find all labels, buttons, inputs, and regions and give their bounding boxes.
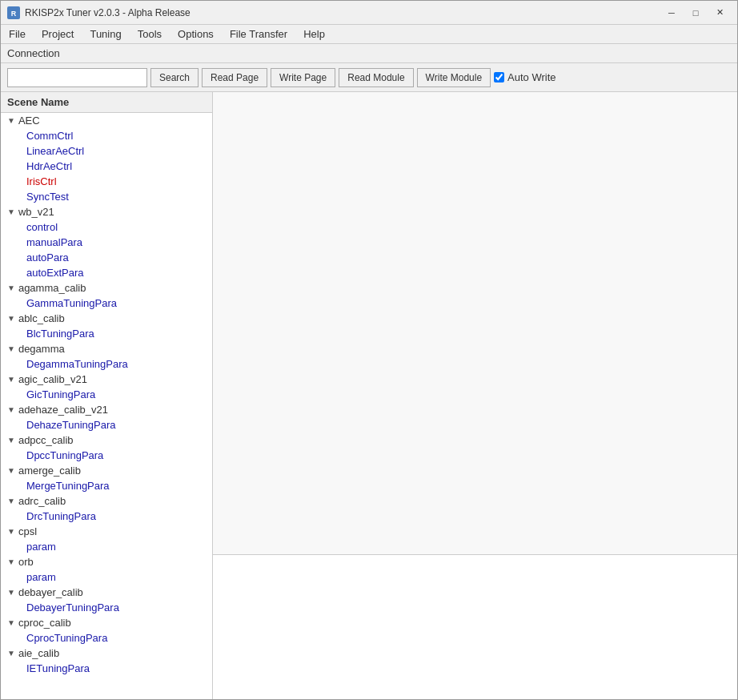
tree-item-hdraectrl-label: HdrAeCtrl [26, 160, 72, 172]
title-bar: R RKISP2x Tuner v2.0.3 - Alpha Release ─… [1, 1, 737, 25]
auto-write-text: Auto Write [507, 71, 556, 83]
collapse-arrow-adpcc: ▼ [7, 436, 15, 445]
tree-group-adrc_calib[interactable]: ▼ adrc_calib [1, 493, 212, 509]
tree-item-synctest[interactable]: SyncTest [1, 189, 212, 204]
tree-item-ietuningpara[interactable]: IETuningPara [1, 661, 212, 676]
tree-group-aie_calib[interactable]: ▼ aie_calib [1, 646, 212, 661]
tree-group-amerge_calib[interactable]: ▼ amerge_calib [1, 463, 212, 478]
collapse-arrow-cproc: ▼ [7, 618, 15, 627]
tree-group-agamma-label: agamma_calib [18, 282, 86, 294]
tree-group-wb_v21[interactable]: ▼ wb_v21 [1, 204, 212, 219]
menu-help[interactable]: Help [295, 26, 333, 42]
tree-item-hdraectrl[interactable]: HdrAeCtrl [1, 159, 212, 174]
tree-item-control[interactable]: control [1, 219, 212, 235]
search-button[interactable]: Search [150, 68, 199, 87]
read-page-button[interactable]: Read Page [202, 68, 267, 87]
output-area[interactable] [213, 555, 737, 699]
tree-group-cproc_calib[interactable]: ▼ cproc_calib [1, 615, 212, 630]
tree-group-adpcc-label: adpcc_calib [18, 434, 74, 446]
title-bar-left: R RKISP2x Tuner v2.0.3 - Alpha Release [7, 6, 191, 19]
close-button[interactable]: ✕ [708, 4, 731, 22]
tree-item-cproctuningpara[interactable]: CprocTuningPara [1, 630, 212, 646]
status-bar: Connection [1, 44, 737, 63]
tree-item-cpsl-param[interactable]: param [1, 539, 212, 554]
window-title: RKISP2x Tuner v2.0.3 - Alpha Release [25, 7, 191, 18]
tree-group-agic-label: agic_calib_v21 [18, 373, 87, 385]
tree-item-ietuningpara-label: IETuningPara [26, 662, 90, 674]
tree-group-agic_calib_v21[interactable]: ▼ agic_calib_v21 [1, 372, 212, 387]
editor-area[interactable] [213, 92, 737, 555]
tree-group-agamma_calib[interactable]: ▼ agamma_calib [1, 280, 212, 296]
tree-group-degamma[interactable]: ▼ degamma [1, 341, 212, 356]
tree-item-autoextpara-label: autoExtPara [26, 267, 84, 279]
tree-group-ablc_calib[interactable]: ▼ ablc_calib [1, 311, 212, 326]
maximize-button[interactable]: □ [684, 4, 707, 22]
tree-item-blctuningpara[interactable]: BlcTuningPara [1, 326, 212, 341]
title-bar-controls: ─ □ ✕ [660, 4, 731, 22]
collapse-arrow-aec: ▼ [7, 116, 15, 125]
tree-item-linearaectrl[interactable]: LinearAeCtrl [1, 143, 212, 159]
tree-item-degammatuningpara[interactable]: DegammaTuningPara [1, 356, 212, 372]
tree-item-linearaectrl-label: LinearAeCtrl [26, 145, 84, 157]
tree-item-irisctrl-label: IrisCtrl [26, 175, 57, 187]
write-module-button[interactable]: Write Module [417, 68, 491, 87]
tree-group-wb_v21-label: wb_v21 [18, 206, 54, 218]
menu-tuning[interactable]: Tuning [82, 26, 129, 42]
tree-item-debayertuningpara-label: DebayerTuningPara [26, 601, 119, 614]
tree-item-gictuningpara-label: GicTuningPara [26, 388, 95, 400]
search-input[interactable] [7, 68, 147, 87]
menu-file-transfer[interactable]: File Transfer [222, 26, 295, 42]
collapse-arrow-adehaze: ▼ [7, 405, 15, 414]
tree-group-orb[interactable]: ▼ orb [1, 554, 212, 569]
tree-item-drctuningpara[interactable]: DrcTuningPara [1, 509, 212, 524]
tree-item-cproctuningpara-label: CprocTuningPara [26, 632, 107, 644]
tree-item-dpcctuningpara[interactable]: DpccTuningPara [1, 448, 212, 463]
tree-item-debayertuningpara[interactable]: DebayerTuningPara [1, 600, 212, 615]
tree-item-autopara[interactable]: autoPara [1, 250, 212, 265]
svg-text:R: R [11, 10, 17, 18]
tree-item-gammatuningpara[interactable]: GammaTuningPara [1, 296, 212, 311]
minimize-button[interactable]: ─ [660, 4, 683, 22]
connection-status: Connection [7, 47, 60, 59]
menu-bar: File Project Tuning Tools Options File T… [1, 25, 737, 44]
collapse-arrow-cpsl: ▼ [7, 527, 15, 536]
tree-group-debayer_calib[interactable]: ▼ debayer_calib [1, 585, 212, 600]
tree-group-orb-label: orb [18, 556, 34, 568]
tree-item-mergetuningpara[interactable]: MergeTuningPara [1, 478, 212, 493]
write-page-button[interactable]: Write Page [271, 68, 335, 87]
tree-group-aec[interactable]: ▼ AEC [1, 113, 212, 128]
tree-item-gammatuningpara-label: GammaTuningPara [26, 297, 117, 309]
tree-scroll[interactable]: ▼ AEC CommCtrl LinearAeCtrl HdrAeCtrl Ir… [1, 113, 212, 699]
tree-group-debayer-label: debayer_calib [18, 586, 83, 598]
tree-item-commctrl[interactable]: CommCtrl [1, 128, 212, 143]
tree-item-autoextpara[interactable]: autoExtPara [1, 265, 212, 280]
menu-options[interactable]: Options [170, 26, 222, 42]
tree-item-manualpara[interactable]: manualPara [1, 235, 212, 250]
tree-group-adehaze-label: adehaze_calib_v21 [18, 404, 108, 416]
app-window: R RKISP2x Tuner v2.0.3 - Alpha Release ─… [0, 0, 738, 700]
tree-item-orb-param-label: param [26, 571, 56, 583]
tree-item-gictuningpara[interactable]: GicTuningPara [1, 387, 212, 402]
collapse-arrow-adrc: ▼ [7, 497, 15, 505]
auto-write-checkbox[interactable] [494, 72, 504, 82]
toolbar: Search Read Page Write Page Read Module … [1, 63, 737, 92]
tree-item-irisctrl[interactable]: IrisCtrl [1, 174, 212, 189]
tree-group-adehaze_calib_v21[interactable]: ▼ adehaze_calib_v21 [1, 402, 212, 417]
tree-item-dehazetuningpara[interactable]: DehazeTuningPara [1, 417, 212, 432]
read-module-button[interactable]: Read Module [339, 68, 413, 87]
menu-project[interactable]: Project [34, 26, 82, 42]
collapse-arrow-orb: ▼ [7, 557, 15, 566]
menu-file[interactable]: File [1, 26, 34, 42]
collapse-arrow-aie: ▼ [7, 649, 15, 658]
tree-group-cpsl[interactable]: ▼ cpsl [1, 524, 212, 539]
tree-header: Scene Name [1, 92, 212, 113]
menu-tools[interactable]: Tools [130, 26, 170, 42]
tree-group-ablc-label: ablc_calib [18, 312, 65, 324]
tree-group-adpcc_calib[interactable]: ▼ adpcc_calib [1, 432, 212, 448]
tree-item-orb-param[interactable]: param [1, 569, 212, 585]
collapse-arrow-agic: ▼ [7, 375, 15, 384]
tree-item-commctrl-label: CommCtrl [26, 130, 74, 142]
tree-item-dehazetuningpara-label: DehazeTuningPara [26, 419, 116, 431]
tree-item-dpcctuningpara-label: DpccTuningPara [26, 449, 103, 461]
auto-write-label[interactable]: Auto Write [494, 71, 556, 83]
